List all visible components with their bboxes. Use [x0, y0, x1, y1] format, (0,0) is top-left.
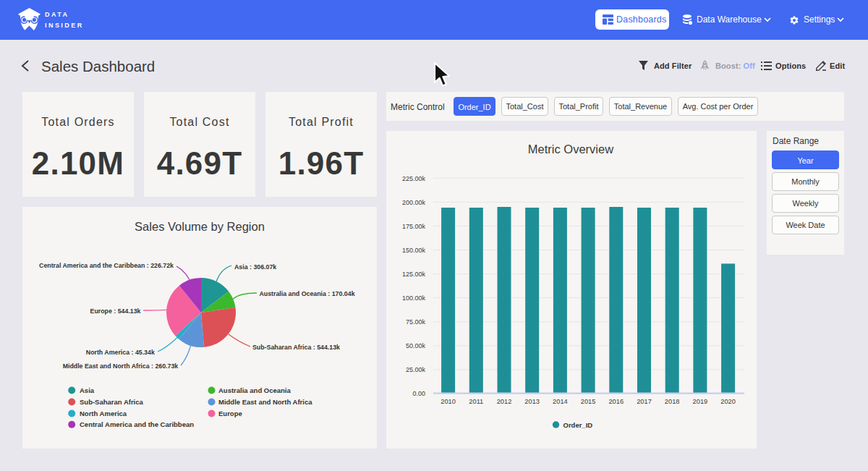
svg-text:2020: 2020	[720, 398, 736, 405]
svg-text:Asia : 306.07k: Asia : 306.07k	[234, 263, 276, 271]
svg-text:Order_ID: Order_ID	[563, 421, 593, 429]
svg-text:Central America and the Caribb: Central America and the Caribbean	[80, 420, 194, 428]
svg-text:Asia: Asia	[80, 386, 95, 394]
svg-text:2015: 2015	[581, 398, 596, 405]
svg-text:50.00k: 50.00k	[406, 342, 426, 349]
svg-text:Middle East and North Africa :: Middle East and North Africa : 260.73k	[63, 362, 179, 370]
svg-text:125.00k: 125.00k	[402, 271, 426, 278]
svg-text:Metric Overview: Metric Overview	[528, 143, 613, 156]
svg-text:75.00k: 75.00k	[406, 318, 426, 326]
svg-text:200.00k: 200.00k	[402, 199, 426, 206]
svg-text:225.00k: 225.00k	[402, 175, 426, 182]
svg-text:175.00k: 175.00k	[402, 223, 426, 230]
svg-text:Central America and the Caribb: Central America and the Caribbean : 226.…	[39, 262, 174, 269]
svg-text:North America : 45.34k: North America : 45.34k	[86, 349, 155, 356]
svg-text:Sales Volume by Region: Sales Volume by Region	[135, 220, 265, 233]
svg-text:2017: 2017	[637, 398, 652, 405]
svg-text:2011: 2011	[469, 398, 483, 405]
svg-text:2016: 2016	[608, 398, 624, 405]
svg-text:Australia and Oceania: Australia and Oceania	[218, 386, 292, 394]
svg-text:Middle East and North Africa: Middle East and North Africa	[218, 398, 312, 406]
svg-text:Sub-Saharan Africa: Sub-Saharan Africa	[80, 398, 144, 406]
svg-text:2010: 2010	[441, 398, 456, 405]
svg-text:150.00k: 150.00k	[402, 247, 426, 254]
svg-text:Europe: Europe	[218, 410, 242, 417]
svg-text:0.00: 0.00	[412, 390, 425, 397]
svg-text:2018: 2018	[665, 398, 680, 405]
svg-text:100.00k: 100.00k	[402, 294, 426, 302]
svg-text:2012: 2012	[497, 398, 512, 405]
svg-text:25.00k: 25.00k	[406, 366, 426, 373]
svg-text:Sub-Saharan Africa : 544.13k: Sub-Saharan Africa : 544.13k	[252, 344, 340, 351]
svg-text:Europe : 544.13k: Europe : 544.13k	[90, 307, 141, 315]
svg-text:2013: 2013	[524, 398, 540, 405]
svg-text:Australia and Oceania : 170.04: Australia and Oceania : 170.04k	[260, 290, 355, 297]
svg-text:2019: 2019	[693, 398, 708, 405]
svg-text:2014: 2014	[553, 398, 568, 405]
svg-text:North America: North America	[80, 410, 127, 417]
